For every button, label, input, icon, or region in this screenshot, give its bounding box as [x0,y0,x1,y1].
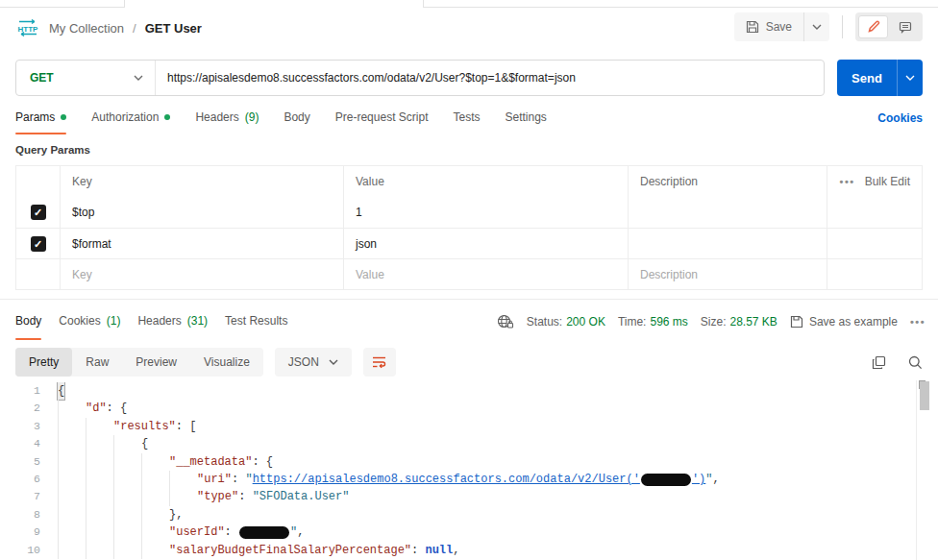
time-label: Time: [618,315,647,329]
send-button[interactable]: Send [837,60,897,96]
code-token: "SFOData.User" [253,488,350,505]
save-example-label: Save as example [809,315,898,329]
line-number: 8 [15,506,40,523]
tabstrip-right [423,0,938,8]
send-button-group: Send [837,60,923,96]
tab-cookies[interactable]: Cookies(1) [59,304,120,340]
tab-settings[interactable]: Settings [506,102,547,134]
param-description-cell[interactable]: Description [629,258,827,289]
view-visualize[interactable]: Visualize [190,348,263,377]
status-value: 200 OK [566,315,605,329]
method-selector[interactable]: GET [16,61,155,95]
column-header-key: Key [61,166,344,197]
tab-label: Body [284,110,309,124]
status-badge: Status: 200 OK [527,315,605,329]
edit-pencil-icon [867,20,880,34]
code-token: " [705,471,712,488]
edit-mode-button[interactable] [858,15,888,38]
save-options-button[interactable] [804,12,829,41]
save-button[interactable]: Save [734,12,804,41]
param-description-cell[interactable] [629,197,827,228]
param-value-cell[interactable]: json [344,228,629,258]
param-checkbox-cell: ✓ [16,197,61,228]
param-checkbox-cell: ✓ [16,228,61,258]
send-options-button[interactable] [897,60,923,96]
tab-label: Pre-request Script [335,110,429,124]
tab-headers[interactable]: Headers(9) [195,102,259,134]
tab-body[interactable]: Body [15,304,41,340]
param-row: ✓$formatjson [16,228,922,258]
search-icon[interactable] [908,355,923,370]
indent-guides [58,488,197,505]
param-placeholder-row: KeyValueDescription [16,258,922,289]
param-value-cell[interactable]: Value [344,258,629,289]
param-description-cell[interactable] [629,228,827,258]
param-actions-cell [827,197,922,228]
select-all-cell [16,166,61,197]
size-label: Size: [701,315,727,329]
code-line: 9"userId": ", [15,523,911,541]
scrollbar-thumb[interactable] [920,381,929,410]
tab-body[interactable]: Body [284,102,309,134]
request-tabs: ParamsAuthorizationHeaders(9)BodyPre-req… [15,102,547,134]
param-key-cell[interactable]: $top [61,197,344,228]
wrap-text-button[interactable] [363,348,396,377]
save-button-group: Save [734,12,829,41]
code-token: , [297,523,304,541]
unsaved-dot-icon [61,114,66,120]
tab-tests[interactable]: Tests [453,102,480,134]
code-line: 2"d": { [15,400,911,417]
view-preview[interactable]: Preview [122,348,190,377]
view-raw[interactable]: Raw [72,348,122,377]
save-as-example-button[interactable]: Save as example [790,315,898,329]
more-options-icon[interactable]: ••• [840,176,855,187]
unsaved-dot-icon [164,114,170,120]
language-selector[interactable]: JSON [275,348,352,377]
edit-comment-toggle [855,12,923,41]
response-tabs: BodyCookies(1)Headers(31)Test Results [15,304,287,340]
code-token: : [232,471,245,488]
code-token: null [425,542,453,559]
param-value-cell[interactable]: 1 [344,197,629,228]
response-body-editor[interactable]: 1{2"d": {3"results": [4{5"__metadata": {… [0,382,911,560]
tab-pre-request-script[interactable]: Pre-request Script [335,102,429,134]
param-key-cell[interactable]: Key [61,258,344,289]
tab-label: Params [15,110,55,124]
chevron-down-icon [812,24,822,30]
tab-test-results[interactable]: Test Results [225,304,287,340]
param-checkbox[interactable]: ✓ [31,205,46,220]
redacted-value [239,526,289,539]
view-pretty[interactable]: Pretty [15,348,72,377]
code-token: : [107,400,120,417]
param-key-cell[interactable]: $format [61,228,344,258]
chevron-down-icon [329,359,338,365]
breadcrumb-request-name[interactable]: GET User [145,21,202,36]
tab-label: Authorization [91,110,159,124]
tab-label: Headers [137,314,181,328]
code-token: https://apisalesdemo8.successfactors.com… [253,471,640,488]
param-checkbox[interactable]: ✓ [31,236,46,252]
tab-label: Cookies [59,314,100,328]
url-input[interactable]: https://apisalesdemo8.successfactors.com… [156,61,824,95]
postman-request-window: HTTP My Collection / GET User Save [0,0,938,560]
network-globe-lock-icon[interactable] [497,314,514,329]
code-token: "__metadata" [169,453,252,471]
breadcrumb-collection[interactable]: My Collection [49,21,124,36]
comments-button[interactable] [890,15,920,38]
tab-params[interactable]: Params [15,102,66,134]
copy-icon[interactable] [872,355,886,370]
param-actions-cell [827,258,922,289]
tab-authorization[interactable]: Authorization [91,102,170,134]
header-actions: Save [734,12,923,41]
tab-count: (31) [187,314,208,328]
code-token: }, [169,506,183,523]
line-number: 4 [15,435,40,452]
view-bar-tools [872,355,923,370]
cookies-link[interactable]: Cookies [877,111,923,125]
response-more-options-icon[interactable]: ••• [910,316,926,328]
code-line: 3"results": [ [15,418,911,435]
params-table: Key Value Description ••• Bulk Edit ✓$to… [15,165,923,290]
tab-headers[interactable]: Headers(31) [137,304,208,340]
bulk-edit-button[interactable]: Bulk Edit [865,175,910,188]
line-number: 6 [15,471,40,488]
